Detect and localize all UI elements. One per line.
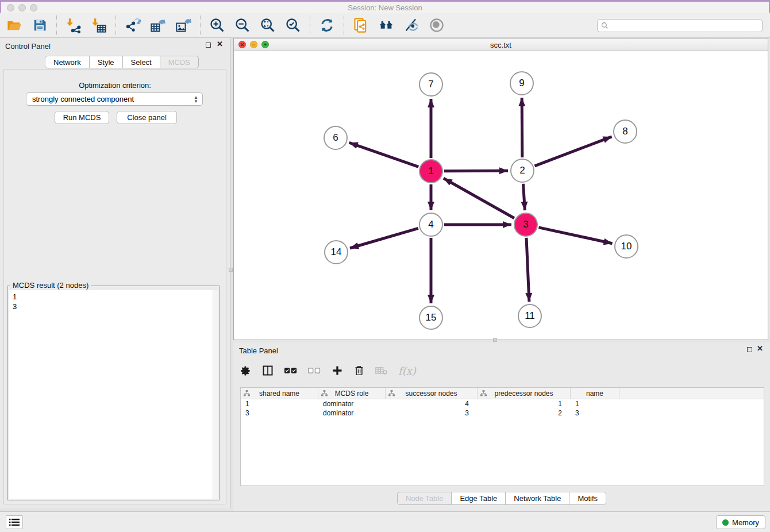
delete-column-icon[interactable] [354,365,364,376]
control-panel-close-button[interactable]: ✕ [217,41,223,48]
graph-edge-1-6[interactable] [349,142,419,167]
zoom-selected-icon[interactable] [284,17,302,34]
table-cell[interactable]: 4 [386,399,478,408]
graph-node-8[interactable]: 8 [613,119,637,144]
graph-canvas[interactable]: 7968124314101511 [234,51,768,340]
add-column-icon[interactable] [332,365,343,376]
function-builder-icon: f(x) [398,365,416,377]
result-scrollbar[interactable] [213,290,218,499]
import-table-icon[interactable] [90,17,107,34]
table-cell[interactable]: 3 [386,408,478,418]
graph-node-10[interactable]: 10 [614,234,638,259]
graph-node-1[interactable]: 1 [419,159,443,183]
apply-layout-icon[interactable] [318,17,336,34]
table-cell[interactable]: 1 [241,399,318,408]
column-layout-icon[interactable] [262,365,274,376]
table-row[interactable]: 1dominator411 [241,399,764,408]
table-row[interactable]: 3dominator323 [241,408,764,418]
export-table-icon[interactable] [149,17,167,34]
graph-node-9[interactable]: 9 [510,71,534,95]
tab-node-table[interactable]: Node Table [397,492,452,505]
close-panel-button[interactable]: Close panel [117,111,177,124]
deselect-all-checkboxes-icon[interactable] [308,367,321,374]
control-panel-float-button[interactable] [206,42,211,49]
run-mcds-button[interactable]: Run MCDS [55,111,109,124]
network-window-titlebar[interactable]: ✕ − + scc.txt [234,38,768,51]
mcds-tab-content: Optimization criterion: strongly connect… [3,69,226,504]
column-header-successor-nodes[interactable]: successor nodes [386,388,478,399]
tab-network-table[interactable]: Network Table [506,492,569,505]
network-window-title: scc.txt [234,41,768,49]
graph-node-6[interactable]: 6 [324,126,348,150]
memory-status-icon [722,519,729,526]
graph-node-14[interactable]: 14 [324,240,348,264]
column-header-name[interactable]: name [571,388,619,399]
graph-node-15[interactable]: 15 [419,306,443,330]
tab-network[interactable]: Network [45,56,90,68]
tab-mcds[interactable]: MCDS [160,56,199,68]
table-toolbar: f(x) [240,361,416,380]
tab-select[interactable]: Select [123,56,160,68]
tab-edge-table[interactable]: Edge Table [452,492,506,505]
table-cell[interactable]: dominator [318,399,386,408]
column-header-predecessor-nodes[interactable]: predecessor nodes [478,388,571,399]
list-icon [9,518,20,526]
table-cell[interactable]: 2 [478,408,571,418]
horizontal-splitter-handle[interactable] [493,338,497,342]
table-cell[interactable]: 1 [478,399,571,408]
eye-icon[interactable] [428,17,445,34]
export-image-icon[interactable] [175,17,192,34]
graph-edge-2-8[interactable] [535,137,612,166]
table-panel-title: Table Panel [239,346,278,355]
memory-button[interactable]: Memory [716,515,765,529]
save-session-icon[interactable] [31,17,48,34]
table-cell[interactable]: 3 [241,408,318,418]
import-network-icon[interactable] [65,17,82,34]
graph-edge-1-2[interactable] [444,171,508,171]
mcds-result-group: MCDS result (2 nodes) 1 3 [7,286,220,500]
table-cell[interactable]: dominator [318,408,386,418]
table-panel-close-button[interactable]: ✕ [757,345,763,352]
graph-edge-3-10[interactable] [538,228,612,244]
graph-edge-2-3[interactable] [523,184,525,210]
table-cell[interactable]: 3 [571,408,619,418]
column-header-shared-name[interactable]: shared name [241,388,318,399]
select-all-checkboxes-icon[interactable] [284,367,297,374]
graph-node-2[interactable]: 2 [510,159,534,183]
table-cell[interactable]: 1 [571,399,619,408]
zoom-out-icon[interactable] [234,17,251,34]
open-session-icon[interactable] [6,17,23,34]
network-view-window: ✕ − + scc.txt 7968124314101511 [233,38,768,340]
show-hide-details-icon[interactable] [403,17,420,34]
table-panel: Table Panel ✕ f(x) shared nameMCDS roles… [233,342,770,511]
graph-edge-2-9[interactable] [522,98,522,157]
search-box[interactable] [597,19,763,32]
zoom-fit-icon[interactable] [259,17,276,34]
graph-edge-4-14[interactable] [350,228,418,248]
graph-node-11[interactable]: 11 [518,304,542,328]
node-table: shared nameMCDS rolesuccessor nodesprede… [240,387,764,486]
criterion-select[interactable]: strongly connected component ▲▼ [26,92,203,106]
search-input[interactable] [611,22,759,30]
table-panel-float-button[interactable] [747,346,752,353]
first-neighbors-icon[interactable] [378,17,395,34]
vertical-splitter-handle[interactable] [229,268,233,272]
graph-edge-3-1[interactable] [444,178,514,218]
search-icon [601,22,609,29]
memory-label: Memory [732,518,759,527]
column-header-MCDS-role[interactable]: MCDS role [318,388,386,399]
mcds-result-text[interactable]: 1 3 [9,290,213,499]
zoom-in-icon[interactable] [209,17,226,34]
node-table-body: 1dominator4113dominator323 [241,399,764,418]
task-history-button[interactable] [6,515,23,529]
graph-node-7[interactable]: 7 [419,72,443,97]
tab-style[interactable]: Style [90,56,123,68]
tab-motifs[interactable]: Motifs [569,492,606,505]
graph-edge-3-11[interactable] [526,238,529,302]
settings-icon[interactable] [240,365,251,376]
export-network-icon[interactable] [124,17,141,34]
criterion-value: strongly connected component [32,95,134,103]
graph-node-3[interactable]: 3 [514,213,538,237]
graph-node-4[interactable]: 4 [419,213,443,237]
clone-network-icon[interactable] [352,17,369,34]
